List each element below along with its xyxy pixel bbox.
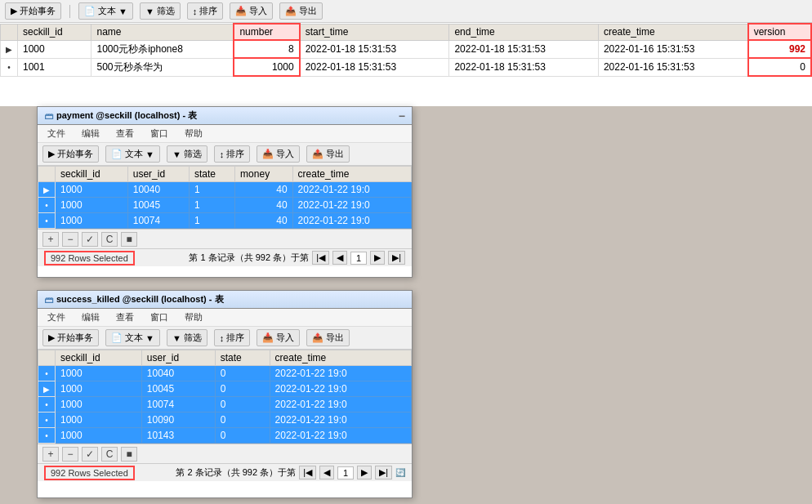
success-btn-filter[interactable]: ▼ 筛选 bbox=[167, 329, 207, 346]
payment-first-btn[interactable]: |◀ bbox=[312, 251, 329, 265]
col-name-header[interactable]: name bbox=[91, 24, 234, 40]
col-version-header[interactable]: version bbox=[748, 24, 811, 40]
payment-menu-edit[interactable]: 编辑 bbox=[77, 127, 105, 140]
payment-row-2[interactable]: • 1000 10074 1 40 2022-01-22 19:0 bbox=[38, 213, 412, 229]
col-number-header[interactable]: number bbox=[234, 24, 299, 40]
btn-text-top[interactable]: 📄 文本 ▼ bbox=[78, 2, 133, 20]
success-create-time-2: 2022-01-22 19:0 bbox=[270, 397, 411, 413]
success-prev-btn[interactable]: ◀ bbox=[319, 466, 334, 479]
success-check-btn[interactable]: ✓ bbox=[82, 447, 98, 462]
success-col-user-id-hdr[interactable]: user_id bbox=[141, 350, 215, 366]
payment-col-state-hdr[interactable]: state bbox=[190, 167, 235, 182]
payment-btn-sort[interactable]: ↕ 排序 bbox=[214, 145, 251, 163]
success-last-btn[interactable]: ▶| bbox=[375, 466, 392, 479]
payment-status-bar: 992 Rows Selected 第 1 条记录（共 992 条）于第 |◀ … bbox=[38, 248, 412, 266]
success-ind-2: • bbox=[38, 397, 56, 413]
payment-menu-view[interactable]: 查看 bbox=[111, 127, 139, 140]
success-btn-text[interactable]: 📄 文本 ▼ bbox=[105, 329, 160, 346]
payment-col-user-id-hdr[interactable]: user_id bbox=[127, 167, 189, 182]
payment-remove-btn[interactable]: − bbox=[62, 232, 78, 247]
success-create-time-0: 2022-01-22 19:0 bbox=[270, 366, 411, 381]
cell-start-time-1: 2022-01-18 15:31:53 bbox=[300, 58, 449, 76]
col-indicator-header bbox=[1, 24, 18, 40]
btn-begin-tx-top[interactable]: ▶ 开始事务 bbox=[5, 2, 61, 20]
success-row-4[interactable]: • 1000 10143 0 2022-01-22 19:0 bbox=[38, 428, 412, 444]
seckill-row-0[interactable]: ▶ 1000 1000元秒杀iphone8 8 2022-01-18 15:31… bbox=[1, 40, 812, 58]
payment-menu-window[interactable]: 窗口 bbox=[145, 127, 173, 140]
success-menu-file[interactable]: 文件 bbox=[42, 310, 70, 324]
success-ind-3: • bbox=[38, 413, 56, 428]
success-state-4: 0 bbox=[215, 428, 270, 444]
col-end-time-header[interactable]: end_time bbox=[449, 24, 599, 40]
seckill-data-table: seckill_id name number start_time end_ti… bbox=[0, 23, 812, 77]
success-btn-sort[interactable]: ↕ 排序 bbox=[214, 329, 251, 346]
payment-money-2: 40 bbox=[235, 213, 293, 229]
payment-toolbar: ▶ 开始事务 📄 文本 ▼ ▼ 筛选 ↕ 排序 📥 导入 📤 bbox=[38, 143, 412, 166]
payment-ind-0: ▶ bbox=[38, 182, 56, 198]
seckill-row-1[interactable]: • 1001 500元秒杀华为 1000 2022-01-18 15:31:53… bbox=[1, 58, 812, 76]
cell-end-time-0: 2022-01-18 15:31:53 bbox=[449, 40, 599, 58]
payment-row-0[interactable]: ▶ 1000 10040 1 40 2022-01-22 19:0 bbox=[38, 182, 412, 198]
payment-title-content: 🗃 payment @seckill (localhost) - 表 bbox=[44, 109, 197, 122]
text-chevron-top: ▼ bbox=[118, 7, 127, 16]
success-import-icon: 📥 bbox=[262, 332, 274, 343]
payment-next-btn[interactable]: ▶ bbox=[370, 251, 385, 265]
payment-btn-import[interactable]: 📥 导入 bbox=[257, 145, 300, 163]
payment-window-icon: 🗃 bbox=[44, 111, 53, 121]
success-btn-export[interactable]: 📤 导出 bbox=[306, 329, 350, 346]
success-menu-view[interactable]: 查看 bbox=[111, 310, 139, 324]
payment-user-id-2: 10074 bbox=[127, 213, 189, 229]
payment-close-button[interactable]: − bbox=[399, 110, 405, 122]
success-row-2[interactable]: • 1000 10074 0 2022-01-22 19:0 bbox=[38, 397, 412, 413]
success-remove-btn[interactable]: − bbox=[62, 447, 78, 462]
success-add-btn[interactable]: + bbox=[42, 447, 59, 462]
success-row-1[interactable]: ▶ 1000 10045 0 2022-01-22 19:0 bbox=[38, 381, 412, 397]
payment-stop-btn[interactable]: ■ bbox=[121, 232, 137, 247]
col-start-time-header[interactable]: start_time bbox=[300, 24, 449, 40]
payment-cancel-btn[interactable]: C bbox=[101, 232, 118, 247]
success-btn-import[interactable]: 📥 导入 bbox=[257, 329, 300, 346]
payment-prev-btn[interactable]: ◀ bbox=[332, 251, 347, 265]
payment-last-btn[interactable]: ▶| bbox=[388, 251, 405, 265]
payment-btn-text[interactable]: 📄 文本 ▼ bbox=[105, 145, 160, 163]
success-first-btn[interactable]: |◀ bbox=[299, 466, 316, 479]
col-seckill-id-header[interactable]: seckill_id bbox=[18, 24, 91, 40]
success-btn-begin-tx[interactable]: ▶ 开始事务 bbox=[42, 329, 99, 346]
payment-btn-filter[interactable]: ▼ 筛选 bbox=[167, 145, 207, 163]
success-row-0[interactable]: • 1000 10040 0 2022-01-22 19:0 bbox=[38, 366, 412, 381]
success-create-time-4: 2022-01-22 19:0 bbox=[270, 428, 411, 444]
payment-ind-1: • bbox=[38, 198, 56, 213]
payment-row-1[interactable]: • 1000 10045 1 40 2022-01-22 19:0 bbox=[38, 198, 412, 213]
payment-add-btn[interactable]: + bbox=[42, 232, 59, 247]
success-stop-btn[interactable]: ■ bbox=[121, 447, 137, 462]
payment-user-id-0: 10040 bbox=[127, 182, 189, 198]
btn-import-top[interactable]: 📥 导入 bbox=[230, 2, 273, 20]
success-table-scroll: seckill_id user_id state create_time • 1… bbox=[38, 350, 412, 444]
payment-btn-begin-tx[interactable]: ▶ 开始事务 bbox=[42, 145, 99, 163]
success-col-seckill-id-hdr[interactable]: seckill_id bbox=[56, 350, 142, 366]
payment-col-create-time-hdr[interactable]: create_time bbox=[292, 167, 411, 182]
success-col-create-time-hdr[interactable]: create_time bbox=[270, 350, 411, 366]
btn-export-top[interactable]: 📤 导出 bbox=[279, 2, 323, 20]
success-col-state-hdr[interactable]: state bbox=[215, 350, 270, 366]
success-cancel-btn[interactable]: C bbox=[101, 447, 118, 462]
success-menu-window[interactable]: 窗口 bbox=[145, 310, 173, 324]
payment-col-ind-hdr bbox=[38, 167, 56, 182]
btn-filter-top[interactable]: ▼ 筛选 bbox=[140, 2, 181, 20]
payment-col-money-hdr[interactable]: money bbox=[235, 167, 293, 182]
btn-sort-top[interactable]: ↕ 排序 bbox=[187, 2, 224, 20]
payment-menu-file[interactable]: 文件 bbox=[42, 127, 70, 140]
col-create-time-header[interactable]: create_time bbox=[598, 24, 747, 40]
success-row-3[interactable]: • 1000 10090 0 2022-01-22 19:0 bbox=[38, 413, 412, 428]
payment-col-seckill-id-hdr[interactable]: seckill_id bbox=[56, 167, 128, 182]
payment-action-bar: + − ✓ C ■ bbox=[38, 229, 412, 248]
success-state-1: 0 bbox=[215, 381, 270, 397]
payment-check-btn[interactable]: ✓ bbox=[82, 232, 98, 247]
success-next-btn[interactable]: ▶ bbox=[357, 466, 372, 479]
payment-menu-help[interactable]: 帮助 bbox=[180, 127, 207, 140]
success-menu-help[interactable]: 帮助 bbox=[180, 310, 207, 324]
success-create-time-3: 2022-01-22 19:0 bbox=[270, 413, 411, 428]
success-menu-edit[interactable]: 编辑 bbox=[77, 310, 105, 324]
payment-create-time-1: 2022-01-22 19:0 bbox=[292, 198, 411, 213]
payment-btn-export[interactable]: 📤 导出 bbox=[306, 145, 350, 163]
